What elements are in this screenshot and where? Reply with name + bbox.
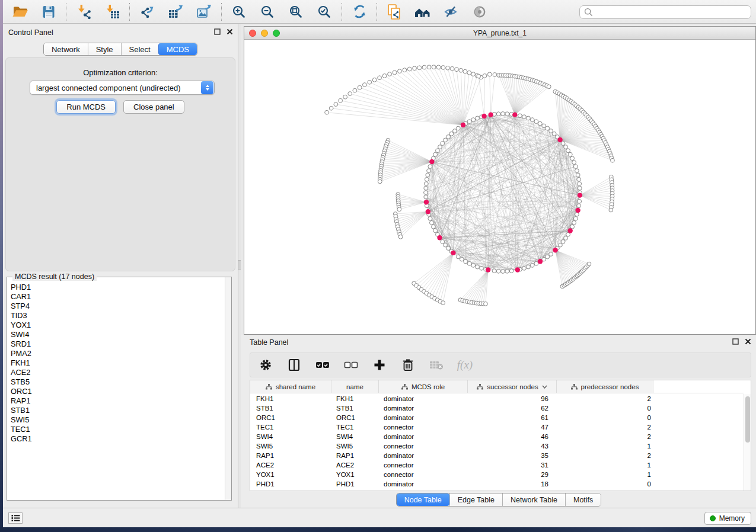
- network-node[interactable]: [456, 255, 460, 259]
- network-node[interactable]: [424, 182, 428, 186]
- network-leaf-node[interactable]: [547, 85, 551, 89]
- network-leaf-node[interactable]: [398, 235, 403, 239]
- network-node[interactable]: [467, 261, 471, 265]
- network-mcds-hub-node[interactable]: [512, 112, 517, 117]
- column-header-name[interactable]: name: [331, 380, 379, 393]
- network-leaf-node[interactable]: [427, 65, 431, 69]
- tab-network[interactable]: Network: [44, 43, 88, 55]
- mcds-result-item[interactable]: CAR1: [11, 292, 225, 302]
- network-node[interactable]: [546, 126, 550, 130]
- network-leaf-node[interactable]: [484, 302, 488, 306]
- run-mcds-button[interactable]: Run MCDS: [56, 100, 116, 114]
- network-node[interactable]: [546, 255, 550, 259]
- table-scrollbar-thumb[interactable]: [745, 396, 750, 443]
- mcds-result-item[interactable]: YOX1: [11, 321, 225, 330]
- network-leaf-node[interactable]: [483, 74, 487, 78]
- network-node[interactable]: [572, 220, 576, 225]
- network-leaf-node[interactable]: [339, 98, 343, 102]
- table-row[interactable]: SWI5SWI5connector431: [250, 441, 744, 451]
- network-mcds-hub-node[interactable]: [486, 267, 490, 272]
- network-mcds-hub-node[interactable]: [557, 137, 562, 142]
- network-node[interactable]: [453, 129, 457, 133]
- table-row[interactable]: FKH1FKH1dominator962: [250, 394, 744, 403]
- network-leaf-node[interactable]: [353, 88, 357, 92]
- refresh-icon[interactable]: [350, 3, 368, 21]
- mcds-result-item[interactable]: SWI4: [11, 330, 225, 339]
- network-mcds-hub-node[interactable]: [553, 248, 557, 252]
- network-node[interactable]: [573, 165, 578, 169]
- delete-column-trash-icon[interactable]: [401, 358, 415, 372]
- network-leaf-node[interactable]: [358, 85, 362, 89]
- mcds-result-item[interactable]: STB1: [11, 406, 225, 415]
- mcds-result-item[interactable]: SWI5: [11, 415, 225, 425]
- network-leaf-node[interactable]: [477, 74, 481, 78]
- import-network-icon[interactable]: [75, 3, 92, 21]
- network-mcds-hub-node[interactable]: [461, 123, 465, 127]
- network-node[interactable]: [522, 266, 527, 270]
- export-network-icon[interactable]: [138, 3, 156, 21]
- network-node[interactable]: [496, 269, 500, 273]
- network-node[interactable]: [564, 236, 568, 241]
- network-mcds-hub-node[interactable]: [429, 159, 434, 164]
- home-icon[interactable]: [414, 3, 432, 21]
- network-node[interactable]: [476, 265, 480, 269]
- network-leaf-node[interactable]: [362, 83, 366, 87]
- table-row[interactable]: YOX1YOX1connector291: [250, 470, 744, 479]
- tab-edge-table[interactable]: Edge Table: [449, 493, 502, 506]
- network-node[interactable]: [471, 118, 476, 122]
- tab-select[interactable]: Select: [121, 43, 158, 55]
- network-leaf-node[interactable]: [334, 102, 338, 107]
- mcds-result-item[interactable]: PHD1: [11, 283, 225, 292]
- column-header-shared-name[interactable]: shared name: [250, 380, 331, 393]
- network-node[interactable]: [542, 124, 546, 128]
- network-mcds-hub-node[interactable]: [568, 228, 573, 233]
- network-node[interactable]: [471, 263, 476, 267]
- network-leaf-node[interactable]: [463, 69, 467, 73]
- network-leaf-node[interactable]: [403, 68, 407, 72]
- network-leaf-node[interactable]: [609, 208, 613, 212]
- deselect-all-icon[interactable]: [344, 358, 358, 372]
- network-node[interactable]: [476, 116, 480, 120]
- network-leaf-node[interactable]: [372, 78, 377, 82]
- tab-node-table[interactable]: Node Table: [397, 493, 449, 506]
- network-node[interactable]: [424, 195, 428, 199]
- search-input[interactable]: [596, 8, 751, 17]
- network-leaf-node[interactable]: [436, 65, 441, 69]
- network-leaf-node[interactable]: [397, 207, 401, 211]
- mcds-result-item[interactable]: ACE2: [11, 368, 225, 377]
- network-mcds-hub-node[interactable]: [451, 251, 455, 255]
- mcds-result-item[interactable]: RAP1: [11, 396, 225, 406]
- network-node[interactable]: [534, 261, 538, 265]
- network-node[interactable]: [444, 138, 448, 142]
- network-node[interactable]: [446, 246, 451, 251]
- search-field[interactable]: [579, 5, 751, 19]
- network-leaf-node[interactable]: [487, 72, 492, 76]
- mcds-list-scrollbar[interactable]: [225, 277, 231, 500]
- network-node[interactable]: [492, 269, 496, 273]
- add-column-icon[interactable]: [372, 358, 387, 372]
- network-node[interactable]: [576, 173, 580, 177]
- network-node[interactable]: [577, 177, 581, 181]
- column-header-successor-nodes[interactable]: successor nodes: [468, 380, 557, 393]
- network-mcds-hub-node[interactable]: [578, 193, 582, 197]
- network-node[interactable]: [424, 186, 428, 190]
- table-row[interactable]: ACE2ACE2connector311: [250, 460, 744, 470]
- network-node[interactable]: [428, 165, 432, 169]
- column-header-predecessor-nodes[interactable]: predecessor nodes: [557, 380, 653, 393]
- network-node[interactable]: [578, 186, 582, 190]
- network-node[interactable]: [460, 257, 464, 261]
- column-header-MCDS-role[interactable]: MCDS role: [379, 380, 468, 393]
- table-settings-gear-icon[interactable]: [259, 358, 273, 372]
- zoom-in-icon[interactable]: [230, 3, 248, 21]
- network-node[interactable]: [424, 191, 428, 195]
- zoom-fit-icon[interactable]: [287, 3, 305, 21]
- network-node[interactable]: [438, 145, 442, 149]
- network-node[interactable]: [570, 156, 575, 161]
- table-row[interactable]: TEC1TEC1connector472: [250, 422, 744, 432]
- mcds-result-item[interactable]: STB5: [11, 377, 225, 387]
- network-node[interactable]: [501, 112, 505, 116]
- network-leaf-node[interactable]: [467, 70, 471, 75]
- network-node[interactable]: [575, 169, 579, 173]
- mcds-result-item[interactable]: FKH1: [11, 358, 225, 368]
- network-node[interactable]: [572, 161, 576, 165]
